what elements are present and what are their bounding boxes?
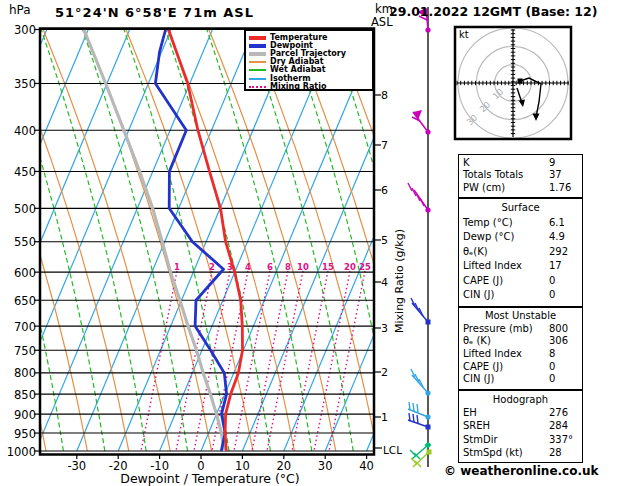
stat-label: CAPE (J) — [463, 275, 503, 286]
panel-row: Lifted Index8 — [463, 348, 582, 361]
mixing-ratio-value-label: 2 — [209, 262, 215, 272]
stat-label: CAPE (J) — [463, 361, 503, 372]
pressure-tick-label: 450 — [6, 165, 36, 179]
temperature-tick-label: 10 — [225, 459, 259, 473]
pressure-axis-unit: hPa — [9, 3, 31, 17]
pressure-tick-label: 400 — [6, 124, 36, 138]
panel-row: CIN (J)0 — [463, 373, 582, 386]
pressure-tick-label: 300 — [6, 23, 36, 37]
legend-item: Mixing Ratio — [246, 83, 372, 91]
panel-title: Hodograph — [463, 393, 582, 406]
stat-label: Lifted Index — [463, 260, 522, 271]
panel-most-unstable: Most UnstablePressure (mb)800θₑ (K)306Li… — [458, 307, 583, 390]
panel-row: θₑ(K)292 — [463, 245, 582, 260]
hodograph: 102030 — [455, 27, 571, 139]
panel-row: Lifted Index17 — [463, 259, 582, 274]
stat-label: CIN (J) — [463, 373, 494, 384]
temperature-tick-label: -30 — [60, 459, 94, 473]
stat-label: Temp (°C) — [463, 217, 513, 228]
stat-label: StmDir — [463, 434, 498, 445]
stat-label: Pressure (mb) — [463, 323, 533, 334]
skewt-sounding-app: { "header": { "pressure_unit": "hPa", "t… — [0, 0, 629, 486]
altitude-tick-label: 7 — [381, 139, 388, 152]
stat-label: Lifted Index — [463, 348, 522, 359]
panel-row: CAPE (J)0 — [463, 361, 582, 374]
panel-row: StmSpd (kt)28 — [463, 446, 582, 459]
mixing-ratio-value-label: 15 — [322, 262, 334, 272]
panel-row: Totals Totals37 — [463, 169, 582, 181]
mixing-ratio-line — [292, 271, 328, 451]
stat-value: 28 — [549, 446, 562, 459]
stat-value: 284 — [549, 419, 568, 432]
stat-label: CIN (J) — [463, 289, 494, 300]
hodograph-unit-label: kt — [459, 29, 469, 40]
stat-label: θₑ (K) — [463, 335, 491, 346]
legend-swatch-temperature — [249, 36, 266, 40]
panel-row: Dewp (°C)4.9 — [463, 230, 582, 245]
stat-label: SREH — [463, 420, 490, 431]
pressure-tick-label: 550 — [6, 235, 36, 249]
legend-swatch-wet-adiabat — [249, 69, 266, 71]
barb-level-marker — [425, 390, 430, 395]
pressure-tick-label: 500 — [6, 202, 36, 216]
stat-label: Dewp (°C) — [463, 231, 514, 242]
panel-row: SREH284 — [463, 419, 582, 432]
legend-swatch-dry-adiabat — [249, 61, 266, 63]
barb-level-marker — [426, 320, 431, 325]
mixing-ratio-line — [314, 271, 350, 451]
panel-surface: SurfaceTemp (°C)6.1Dewp (°C)4.9θₑ(K)292L… — [458, 198, 583, 307]
pressure-tick-label: 650 — [6, 294, 36, 308]
temperature-curve — [169, 30, 243, 452]
pressure-tick-label: 750 — [6, 344, 36, 358]
temperature-tick-label: 40 — [350, 459, 384, 473]
stat-value: 337° — [549, 433, 573, 446]
panel-row: Pressure (mb)800 — [463, 323, 582, 336]
panel-indices: K9Totals Totals37PW (cm)1.76 — [458, 154, 583, 198]
pressure-tick-label: 350 — [6, 77, 36, 91]
altitude-tick-label: 5 — [381, 234, 388, 247]
mixing-ratio-value-label: 6 — [267, 262, 273, 272]
footer-credit: © weatheronline.co.uk — [444, 464, 599, 478]
stat-value: 0 — [549, 361, 555, 374]
isotherm-line — [0, 30, 5, 452]
barb-level-marker — [425, 414, 430, 419]
stat-value: 0 — [549, 274, 555, 289]
stat-value: 37 — [549, 169, 562, 181]
legend-label: Mixing Ratio — [270, 83, 326, 91]
altitude-tick-label: 3 — [381, 322, 388, 335]
stat-value: 8 — [549, 348, 555, 361]
panel-row: CAPE (J)0 — [463, 274, 582, 289]
panel-row: CIN (J)0 — [463, 288, 582, 303]
barb-level-marker — [425, 27, 430, 32]
stat-label: θₑ(K) — [463, 246, 488, 257]
stat-value: 800 — [549, 323, 568, 336]
panel-row: K9 — [463, 157, 582, 169]
stat-label: Totals Totals — [463, 169, 523, 180]
x-axis-label: Dewpoint / Temperature (°C) — [60, 471, 360, 486]
panel-row: StmDir337° — [463, 433, 582, 446]
pressure-tick-label: 1000 — [6, 445, 36, 459]
legend-swatch-parcel-trajectory — [249, 52, 266, 56]
stat-label: EH — [463, 407, 477, 418]
pressure-tick-label: 900 — [6, 408, 36, 422]
mixing-ratio-value-label: 1 — [174, 262, 180, 272]
temperature-tick-label: 20 — [267, 459, 301, 473]
legend-swatch-isotherm — [249, 78, 266, 80]
pressure-tick-label: 850 — [6, 388, 36, 402]
stat-value: 292 — [549, 245, 568, 260]
barb-level-marker — [426, 425, 431, 430]
mixing-ratio-value-label: 10 — [297, 262, 309, 272]
mixing-ratio-axis-label: Mixing Ratio (g/kg) — [393, 221, 405, 341]
station-title: 51°24'N 6°58'E 71m ASL — [55, 5, 254, 20]
stat-value: 17 — [549, 259, 562, 274]
stat-label: StmSpd (kt) — [463, 447, 523, 458]
stat-value: 0 — [549, 373, 555, 386]
mixing-ratio-value-label: 25 — [359, 262, 371, 272]
temperature-tick-label: 30 — [308, 459, 342, 473]
stat-value: 4.9 — [549, 230, 565, 245]
temperature-tick-label: -10 — [143, 459, 177, 473]
altitude-tick-label: 4 — [381, 276, 388, 289]
mixing-ratio-line — [329, 271, 365, 451]
stat-label: PW (cm) — [463, 182, 505, 193]
pressure-tick-label: 950 — [6, 427, 36, 441]
